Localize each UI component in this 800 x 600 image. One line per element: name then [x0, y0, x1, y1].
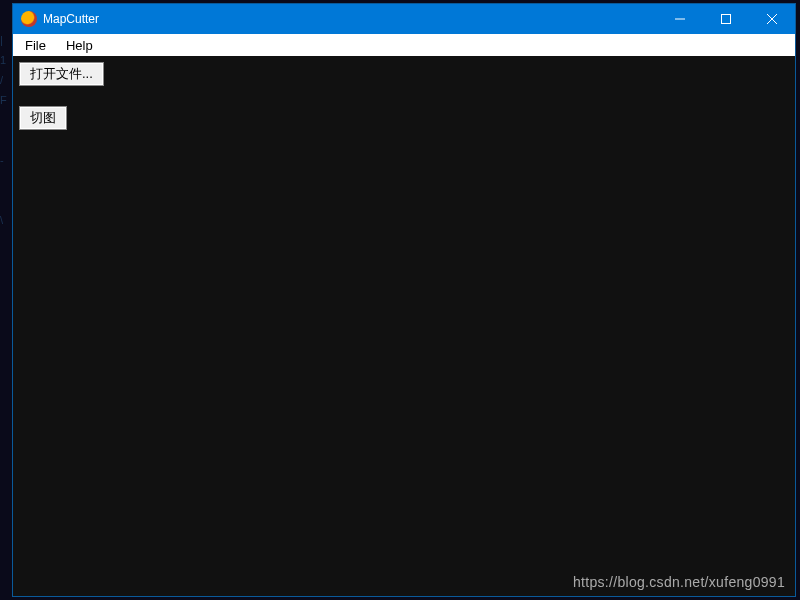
svg-rect-1 [722, 15, 731, 24]
window-title: MapCutter [43, 12, 99, 26]
watermark-text: https://blog.csdn.net/xufeng0991 [573, 574, 785, 590]
background-editor-hint: |1/F-\ [0, 30, 12, 590]
client-area: 打开文件... 切图 https://blog.csdn.net/xufeng0… [13, 56, 795, 596]
app-icon [21, 11, 37, 27]
titlebar[interactable]: MapCutter [13, 4, 795, 34]
menubar: File Help [13, 34, 795, 56]
app-window: MapCutter File Help 打开文件... 切图 https://b… [12, 3, 796, 597]
open-file-button[interactable]: 打开文件... [19, 62, 104, 86]
minimize-icon [675, 14, 685, 24]
cut-map-button[interactable]: 切图 [19, 106, 67, 130]
close-button[interactable] [749, 4, 795, 34]
menu-file[interactable]: File [15, 36, 56, 55]
minimize-button[interactable] [657, 4, 703, 34]
menu-help[interactable]: Help [56, 36, 103, 55]
close-icon [767, 14, 777, 24]
maximize-icon [721, 14, 731, 24]
maximize-button[interactable] [703, 4, 749, 34]
